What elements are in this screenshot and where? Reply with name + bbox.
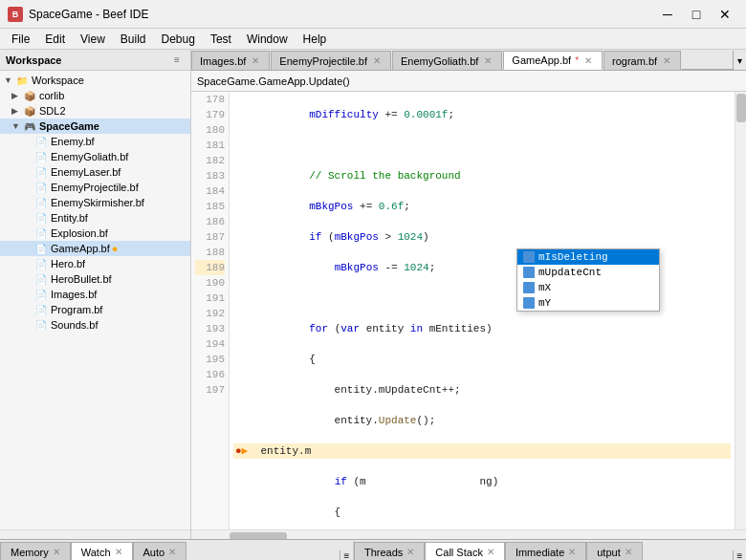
autocomplete-label: mX	[538, 282, 551, 293]
tab-close-immediate[interactable]: ✕	[568, 547, 576, 557]
titlebar-controls[interactable]: ─ □ ✕	[654, 5, 738, 24]
tab-auto[interactable]: Auto ✕	[133, 542, 187, 560]
sidebar-header: Workspace ≡	[0, 50, 190, 71]
sidebar-toolbar[interactable]: ≡	[169, 53, 185, 68]
folder-icon: 📦	[23, 89, 36, 102]
function-path: SpaceGame.GameApp.Update()	[197, 75, 350, 87]
minimize-button[interactable]: ─	[654, 5, 681, 24]
tab-close-callstack[interactable]: ✕	[487, 547, 494, 557]
menu-item-help[interactable]: Help	[296, 31, 335, 48]
sidebar-item-label: Hero.bf	[51, 258, 85, 269]
right-tabs-menu[interactable]: ≡	[733, 550, 746, 560]
member-icon	[523, 297, 535, 309]
sidebar-scrollbar[interactable]	[0, 529, 190, 539]
sidebar-item-enemygoliath[interactable]: ▶ 📄 EnemyGoliath.bf	[0, 149, 190, 164]
sidebar-item-corlib[interactable]: ▶ 📦 corlib	[0, 88, 190, 103]
menu-item-build[interactable]: Build	[113, 31, 154, 48]
menu-item-view[interactable]: View	[73, 31, 113, 48]
sidebar-item-herobullet[interactable]: ▶ 📄 HeroBullet.bf	[0, 271, 190, 287]
folder-icon: 📦	[23, 104, 36, 118]
file-icon: 📄	[34, 135, 48, 148]
member-icon	[523, 282, 535, 293]
file-icon: 📄	[34, 242, 48, 255]
sidebar-item-explosion[interactable]: ▶ 📄 Explosion.bf	[0, 226, 190, 241]
menu-item-test[interactable]: Test	[203, 31, 239, 48]
sidebar-item-hero[interactable]: ▶ 📄 Hero.bf	[0, 256, 190, 271]
sidebar-item-sdl2[interactable]: ▶ 📦 SDL2	[0, 103, 190, 118]
autocomplete-label: mY	[538, 297, 551, 309]
file-icon: 📄	[34, 272, 48, 286]
tab-images[interactable]: Images.bf ✕	[191, 51, 270, 70]
sidebar: Workspace ≡ ▼ 📁 Workspace ▶ 📦 corlib ▶	[0, 50, 191, 539]
watch-tabs-menu[interactable]: ≡	[340, 550, 353, 560]
sidebar-item-enemylaser[interactable]: ▶ 📄 EnemyLaser.bf	[0, 164, 190, 180]
tabs-overflow-button[interactable]: ▾	[733, 51, 746, 70]
sidebar-content: ▼ 📁 Workspace ▶ 📦 corlib ▶ 📦 SDL2 ▼ 🎮 Sp…	[0, 71, 190, 529]
tab-memory[interactable]: Memory ✕	[0, 542, 71, 560]
tab-enemygoliath[interactable]: EnemyGoliath.bf ✕	[392, 51, 502, 70]
sidebar-item-images[interactable]: ▶ 📄 Images.bf	[0, 287, 190, 302]
code-container[interactable]: 178 179 180 181 182 183 184 185 186 187 …	[191, 92, 746, 529]
sidebar-item-enemy[interactable]: ▶ 📄 Enemy.bf	[0, 134, 190, 149]
menu-item-file[interactable]: File	[4, 31, 37, 48]
autocomplete-item-misdeleting[interactable]: mIsDeleting	[517, 249, 659, 265]
sidebar-item-enemyskirmisher[interactable]: ▶ 📄 EnemySkirmisher.bf	[0, 195, 190, 210]
tab-output[interactable]: utput ✕	[586, 542, 642, 560]
tab-threads[interactable]: Threads ✕	[354, 542, 425, 560]
tab-close-watch[interactable]: ✕	[115, 547, 122, 557]
bottom-content: Memory ✕ Watch ✕ Auto ✕ ≡ Name Value	[0, 540, 746, 560]
member-icon	[523, 251, 535, 263]
menu-item-window[interactable]: Window	[239, 31, 296, 48]
tab-close-output[interactable]: ✕	[625, 547, 632, 557]
tab-close-memory[interactable]: ✕	[53, 547, 60, 557]
tab-watch[interactable]: Watch ✕	[71, 542, 133, 560]
bottom-panel: Memory ✕ Watch ✕ Auto ✕ ≡ Name Value	[0, 539, 746, 560]
autocomplete-item-mupdatecnt[interactable]: mUpdateCnt	[517, 265, 659, 280]
sidebar-item-label: HeroBullet.bf	[51, 273, 112, 285]
tab-close-auto[interactable]: ✕	[168, 547, 176, 557]
menu-item-debug[interactable]: Debug	[154, 31, 203, 48]
tab-close-enemyprojectile[interactable]: ✕	[371, 55, 383, 67]
sidebar-item-label: EnemyGoliath.bf	[51, 151, 128, 162]
tab-close-gameapp[interactable]: ✕	[582, 54, 594, 66]
sidebar-item-enemyprojectile[interactable]: ▶ 📄 EnemyProjectile.bf	[0, 180, 190, 195]
sidebar-item-gameapp[interactable]: ▶ 📄 GameApp.bf ●	[0, 241, 190, 256]
sidebar-item-label: EnemySkirmisher.bf	[51, 197, 144, 208]
sidebar-item-label: Explosion.bf	[51, 227, 108, 239]
tab-close-images[interactable]: ✕	[250, 55, 261, 67]
sidebar-item-spacegame[interactable]: ▼ 🎮 SpaceGame	[0, 118, 190, 134]
tab-enemyprojectile[interactable]: EnemyProjectile.bf ✕	[271, 51, 391, 70]
tab-callstack[interactable]: Call Stack ✕	[425, 542, 505, 560]
tab-label: Memory	[11, 547, 49, 558]
sidebar-item-label: Images.bf	[51, 289, 97, 300]
tab-close-enemygoliath[interactable]: ✕	[482, 55, 494, 67]
right-bottom-tabs: Threads ✕ Call Stack ✕ Immediate ✕ utput…	[354, 540, 746, 560]
close-button[interactable]: ✕	[712, 5, 738, 24]
editor-horizontal-scrollbar[interactable]	[191, 529, 746, 539]
file-icon: 📄	[34, 211, 48, 225]
sidebar-item-label: Enemy.bf	[51, 136, 95, 147]
file-icon: 📄	[34, 288, 48, 301]
tab-program[interactable]: rogram.bf ✕	[603, 51, 681, 70]
tab-immediate[interactable]: Immediate ✕	[505, 542, 586, 560]
sidebar-item-program[interactable]: ▶ 📄 Program.bf	[0, 302, 190, 317]
tab-close-program[interactable]: ✕	[661, 55, 672, 67]
sidebar-item-workspace[interactable]: ▼ 📁 Workspace	[0, 73, 190, 88]
breakpoint-indicator: ●	[112, 243, 119, 254]
editor-scrollbar[interactable]	[735, 92, 746, 529]
sidebar-item-label: SDL2	[39, 105, 66, 117]
tab-label: Images.bf	[200, 55, 246, 67]
sidebar-item-sounds[interactable]: ▶ 📄 Sounds.bf	[0, 317, 190, 333]
sidebar-item-entity[interactable]: ▶ 📄 Entity.bf	[0, 210, 190, 226]
autocomplete-item-my[interactable]: mY	[517, 295, 659, 311]
tab-label: Watch	[81, 547, 111, 558]
tab-close-threads[interactable]: ✕	[406, 547, 414, 557]
line-numbers: 178 179 180 181 182 183 184 185 186 187 …	[191, 92, 230, 529]
tab-gameapp[interactable]: GameApp.bf* ✕	[503, 51, 603, 70]
project-icon: 🎮	[23, 119, 36, 133]
autocomplete-item-mx[interactable]: mX	[517, 280, 659, 295]
editor-tab-bar: Images.bf ✕ EnemyProjectile.bf ✕ EnemyGo…	[191, 50, 746, 71]
menu-item-edit[interactable]: Edit	[37, 31, 73, 48]
maximize-button[interactable]: □	[683, 5, 710, 24]
sidebar-menu-button[interactable]: ≡	[169, 53, 185, 68]
